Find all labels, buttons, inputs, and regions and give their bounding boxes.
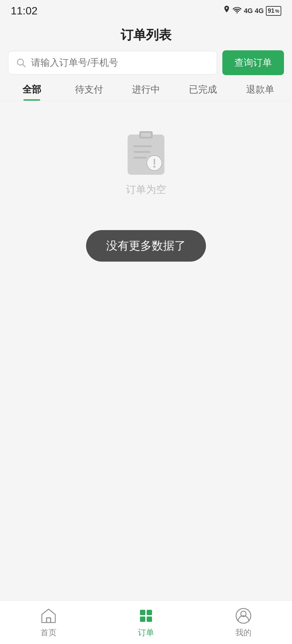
nav-profile-label: 我的 [235, 627, 251, 638]
svg-rect-4 [141, 133, 151, 137]
home-icon [40, 607, 57, 625]
nav-item-home[interactable]: 首页 [0, 607, 97, 638]
empty-icon [121, 124, 171, 175]
svg-rect-15 [140, 616, 145, 622]
bottom-nav: 首页 订单 我的 [0, 600, 292, 644]
nav-home-label: 首页 [41, 627, 57, 638]
search-input-wrapper[interactable] [8, 51, 217, 74]
svg-line-1 [23, 64, 25, 67]
tab-completed[interactable]: 已完成 [174, 77, 231, 101]
status-bar: 11:02 4G 4G 91 % [0, 0, 292, 20]
tab-bar: 全部 待支付 进行中 已完成 退款单 [0, 77, 292, 101]
search-button[interactable]: 查询订单 [222, 50, 284, 75]
nav-item-orders[interactable]: 订单 [97, 607, 195, 638]
search-input[interactable] [31, 57, 209, 68]
search-icon [16, 57, 26, 68]
tab-refund[interactable]: 退款单 [232, 77, 289, 101]
no-more-data-toast: 没有更多数据了 [86, 230, 206, 262]
page-title: 订单列表 [0, 26, 292, 44]
tab-pending-payment[interactable]: 待支付 [60, 77, 117, 101]
svg-rect-12 [47, 618, 51, 623]
nav-orders-label: 订单 [138, 627, 154, 638]
svg-rect-16 [147, 616, 152, 622]
profile-icon [235, 607, 252, 625]
empty-state: 订单为空 没有更多数据了 [0, 101, 292, 275]
page-header: 订单列表 [0, 20, 292, 50]
svg-rect-13 [140, 610, 145, 615]
tab-all[interactable]: 全部 [3, 77, 60, 101]
svg-rect-14 [147, 610, 152, 615]
battery-icon: 91 % [266, 6, 281, 16]
status-time: 11:02 [11, 5, 38, 17]
nav-item-profile[interactable]: 我的 [195, 607, 292, 638]
signal-icon2: 4G [255, 7, 264, 15]
tab-in-progress[interactable]: 进行中 [118, 77, 174, 101]
empty-text: 订单为空 [126, 183, 166, 197]
search-bar: 查询订单 [0, 50, 292, 75]
status-icons: 4G 4G 91 % [223, 6, 281, 16]
order-icon [137, 607, 155, 625]
signal-icon: 4G [244, 7, 253, 15]
wifi-icon [232, 7, 242, 15]
svg-point-11 [153, 166, 155, 168]
location-icon [223, 6, 230, 16]
